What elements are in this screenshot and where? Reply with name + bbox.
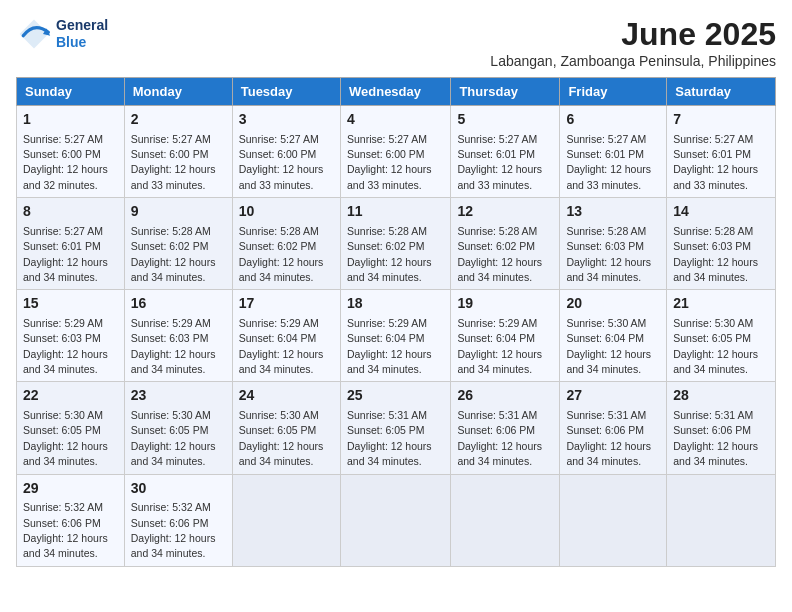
calendar-day-cell: 5 Sunrise: 5:27 AMSunset: 6:01 PMDayligh… xyxy=(451,106,560,198)
calendar-week-row: 22 Sunrise: 5:30 AMSunset: 6:05 PMDaylig… xyxy=(17,382,776,474)
calendar-day-cell: 10 Sunrise: 5:28 AMSunset: 6:02 PMDaylig… xyxy=(232,198,340,290)
day-number: 11 xyxy=(347,202,444,222)
day-number: 18 xyxy=(347,294,444,314)
header-thursday: Thursday xyxy=(451,78,560,106)
day-info: Sunrise: 5:27 AMSunset: 6:00 PMDaylight:… xyxy=(347,133,432,191)
logo-icon xyxy=(16,16,52,52)
day-info: Sunrise: 5:30 AMSunset: 6:05 PMDaylight:… xyxy=(131,409,216,467)
day-info: Sunrise: 5:29 AMSunset: 6:03 PMDaylight:… xyxy=(23,317,108,375)
header-sunday: Sunday xyxy=(17,78,125,106)
day-number: 22 xyxy=(23,386,118,406)
day-number: 14 xyxy=(673,202,769,222)
day-number: 13 xyxy=(566,202,660,222)
day-number: 12 xyxy=(457,202,553,222)
day-number: 1 xyxy=(23,110,118,130)
day-number: 7 xyxy=(673,110,769,130)
calendar-day-cell: 29 Sunrise: 5:32 AMSunset: 6:06 PMDaylig… xyxy=(17,474,125,566)
calendar-header-row: Sunday Monday Tuesday Wednesday Thursday… xyxy=(17,78,776,106)
day-number: 20 xyxy=(566,294,660,314)
day-number: 17 xyxy=(239,294,334,314)
calendar-day-cell: 11 Sunrise: 5:28 AMSunset: 6:02 PMDaylig… xyxy=(340,198,450,290)
day-info: Sunrise: 5:32 AMSunset: 6:06 PMDaylight:… xyxy=(131,501,216,559)
day-number: 29 xyxy=(23,479,118,499)
header-friday: Friday xyxy=(560,78,667,106)
day-info: Sunrise: 5:28 AMSunset: 6:02 PMDaylight:… xyxy=(457,225,542,283)
day-number: 30 xyxy=(131,479,226,499)
day-number: 19 xyxy=(457,294,553,314)
day-info: Sunrise: 5:27 AMSunset: 6:00 PMDaylight:… xyxy=(23,133,108,191)
day-number: 5 xyxy=(457,110,553,130)
calendar-day-cell: 4 Sunrise: 5:27 AMSunset: 6:00 PMDayligh… xyxy=(340,106,450,198)
day-number: 3 xyxy=(239,110,334,130)
calendar-day-cell: 3 Sunrise: 5:27 AMSunset: 6:00 PMDayligh… xyxy=(232,106,340,198)
calendar-day-cell: 6 Sunrise: 5:27 AMSunset: 6:01 PMDayligh… xyxy=(560,106,667,198)
day-number: 8 xyxy=(23,202,118,222)
logo: General Blue xyxy=(16,16,108,52)
calendar-day-cell: 25 Sunrise: 5:31 AMSunset: 6:05 PMDaylig… xyxy=(340,382,450,474)
day-info: Sunrise: 5:28 AMSunset: 6:02 PMDaylight:… xyxy=(347,225,432,283)
day-info: Sunrise: 5:30 AMSunset: 6:05 PMDaylight:… xyxy=(673,317,758,375)
day-number: 6 xyxy=(566,110,660,130)
calendar-day-cell: 8 Sunrise: 5:27 AMSunset: 6:01 PMDayligh… xyxy=(17,198,125,290)
calendar-week-row: 8 Sunrise: 5:27 AMSunset: 6:01 PMDayligh… xyxy=(17,198,776,290)
calendar-day-cell: 2 Sunrise: 5:27 AMSunset: 6:00 PMDayligh… xyxy=(124,106,232,198)
header-monday: Monday xyxy=(124,78,232,106)
day-info: Sunrise: 5:28 AMSunset: 6:03 PMDaylight:… xyxy=(566,225,651,283)
day-number: 21 xyxy=(673,294,769,314)
day-number: 28 xyxy=(673,386,769,406)
header-tuesday: Tuesday xyxy=(232,78,340,106)
day-info: Sunrise: 5:27 AMSunset: 6:01 PMDaylight:… xyxy=(457,133,542,191)
day-info: Sunrise: 5:31 AMSunset: 6:06 PMDaylight:… xyxy=(673,409,758,467)
calendar-day-cell xyxy=(560,474,667,566)
day-number: 10 xyxy=(239,202,334,222)
day-info: Sunrise: 5:29 AMSunset: 6:03 PMDaylight:… xyxy=(131,317,216,375)
calendar-day-cell: 28 Sunrise: 5:31 AMSunset: 6:06 PMDaylig… xyxy=(667,382,776,474)
calendar-week-row: 29 Sunrise: 5:32 AMSunset: 6:06 PMDaylig… xyxy=(17,474,776,566)
day-info: Sunrise: 5:30 AMSunset: 6:04 PMDaylight:… xyxy=(566,317,651,375)
day-info: Sunrise: 5:28 AMSunset: 6:02 PMDaylight:… xyxy=(131,225,216,283)
page-header: General Blue June 2025 Labangan, Zamboan… xyxy=(16,16,776,69)
logo-text: General Blue xyxy=(56,17,108,51)
calendar-day-cell: 22 Sunrise: 5:30 AMSunset: 6:05 PMDaylig… xyxy=(17,382,125,474)
calendar-day-cell: 18 Sunrise: 5:29 AMSunset: 6:04 PMDaylig… xyxy=(340,290,450,382)
calendar-day-cell: 7 Sunrise: 5:27 AMSunset: 6:01 PMDayligh… xyxy=(667,106,776,198)
calendar-table: Sunday Monday Tuesday Wednesday Thursday… xyxy=(16,77,776,567)
calendar-day-cell xyxy=(232,474,340,566)
calendar-day-cell: 1 Sunrise: 5:27 AMSunset: 6:00 PMDayligh… xyxy=(17,106,125,198)
calendar-day-cell: 27 Sunrise: 5:31 AMSunset: 6:06 PMDaylig… xyxy=(560,382,667,474)
calendar-day-cell: 9 Sunrise: 5:28 AMSunset: 6:02 PMDayligh… xyxy=(124,198,232,290)
calendar-day-cell: 23 Sunrise: 5:30 AMSunset: 6:05 PMDaylig… xyxy=(124,382,232,474)
calendar-day-cell: 21 Sunrise: 5:30 AMSunset: 6:05 PMDaylig… xyxy=(667,290,776,382)
day-number: 27 xyxy=(566,386,660,406)
day-info: Sunrise: 5:27 AMSunset: 6:00 PMDaylight:… xyxy=(239,133,324,191)
day-info: Sunrise: 5:29 AMSunset: 6:04 PMDaylight:… xyxy=(347,317,432,375)
day-number: 23 xyxy=(131,386,226,406)
day-info: Sunrise: 5:28 AMSunset: 6:03 PMDaylight:… xyxy=(673,225,758,283)
day-info: Sunrise: 5:32 AMSunset: 6:06 PMDaylight:… xyxy=(23,501,108,559)
day-info: Sunrise: 5:27 AMSunset: 6:01 PMDaylight:… xyxy=(566,133,651,191)
month-year-title: June 2025 xyxy=(490,16,776,53)
calendar-day-cell: 17 Sunrise: 5:29 AMSunset: 6:04 PMDaylig… xyxy=(232,290,340,382)
title-area: June 2025 Labangan, Zamboanga Peninsula,… xyxy=(490,16,776,69)
calendar-day-cell: 20 Sunrise: 5:30 AMSunset: 6:04 PMDaylig… xyxy=(560,290,667,382)
day-number: 9 xyxy=(131,202,226,222)
day-number: 25 xyxy=(347,386,444,406)
day-number: 15 xyxy=(23,294,118,314)
day-info: Sunrise: 5:29 AMSunset: 6:04 PMDaylight:… xyxy=(457,317,542,375)
calendar-day-cell: 12 Sunrise: 5:28 AMSunset: 6:02 PMDaylig… xyxy=(451,198,560,290)
day-info: Sunrise: 5:31 AMSunset: 6:05 PMDaylight:… xyxy=(347,409,432,467)
calendar-day-cell: 15 Sunrise: 5:29 AMSunset: 6:03 PMDaylig… xyxy=(17,290,125,382)
day-info: Sunrise: 5:30 AMSunset: 6:05 PMDaylight:… xyxy=(23,409,108,467)
calendar-day-cell: 14 Sunrise: 5:28 AMSunset: 6:03 PMDaylig… xyxy=(667,198,776,290)
calendar-day-cell: 13 Sunrise: 5:28 AMSunset: 6:03 PMDaylig… xyxy=(560,198,667,290)
calendar-day-cell xyxy=(451,474,560,566)
calendar-day-cell xyxy=(667,474,776,566)
header-wednesday: Wednesday xyxy=(340,78,450,106)
day-info: Sunrise: 5:28 AMSunset: 6:02 PMDaylight:… xyxy=(239,225,324,283)
calendar-day-cell xyxy=(340,474,450,566)
day-number: 4 xyxy=(347,110,444,130)
day-number: 16 xyxy=(131,294,226,314)
calendar-day-cell: 16 Sunrise: 5:29 AMSunset: 6:03 PMDaylig… xyxy=(124,290,232,382)
calendar-day-cell: 30 Sunrise: 5:32 AMSunset: 6:06 PMDaylig… xyxy=(124,474,232,566)
day-info: Sunrise: 5:29 AMSunset: 6:04 PMDaylight:… xyxy=(239,317,324,375)
